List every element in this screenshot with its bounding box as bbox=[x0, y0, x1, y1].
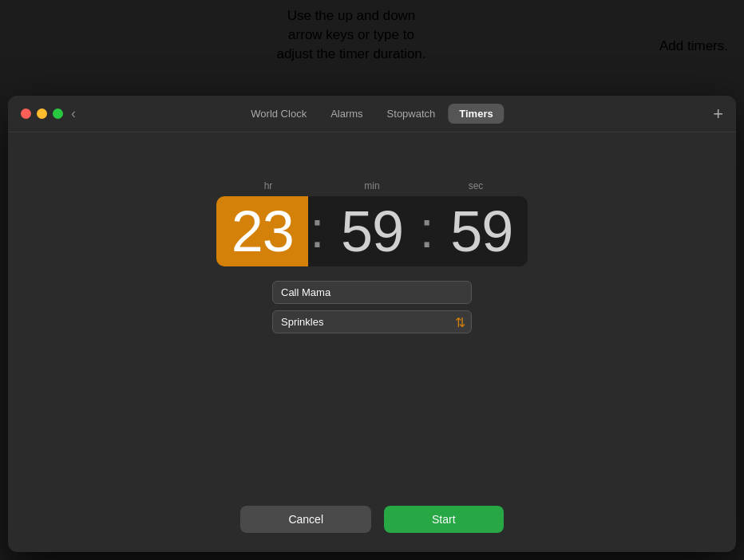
cancel-button[interactable]: Cancel bbox=[240, 506, 371, 533]
close-button[interactable] bbox=[21, 108, 31, 119]
bottom-actions: Cancel Start bbox=[240, 506, 503, 552]
minutes-segment[interactable]: 59 bbox=[326, 196, 418, 266]
tab-stopwatch[interactable]: Stopwatch bbox=[376, 104, 447, 124]
minimize-button[interactable] bbox=[37, 108, 47, 119]
hours-label: hr bbox=[228, 180, 308, 191]
add-timer-button[interactable]: + bbox=[713, 105, 723, 123]
traffic-lights bbox=[21, 108, 63, 119]
timer-name-input[interactable] bbox=[272, 281, 472, 304]
hours-segment[interactable]: 23 bbox=[216, 196, 308, 266]
sound-select[interactable]: Sprinkles bbox=[272, 310, 472, 333]
minutes-label: min bbox=[332, 180, 412, 191]
titlebar: ‹ World Clock Alarms Stopwatch Timers + bbox=[8, 96, 736, 132]
seconds-label: sec bbox=[436, 180, 516, 191]
main-content: hr min sec 23 : 59 : 59 Sprinkles ⇅ Canc… bbox=[8, 132, 736, 552]
back-button[interactable]: ‹ bbox=[71, 105, 76, 122]
timer-display[interactable]: 23 : 59 : 59 bbox=[216, 196, 528, 266]
seconds-segment[interactable]: 59 bbox=[436, 196, 528, 266]
timer-labels: hr min sec bbox=[216, 180, 528, 191]
start-button[interactable]: Start bbox=[384, 506, 504, 533]
app-window: ‹ World Clock Alarms Stopwatch Timers + … bbox=[8, 96, 736, 552]
maximize-button[interactable] bbox=[53, 108, 63, 119]
tab-alarms[interactable]: Alarms bbox=[319, 104, 374, 124]
form-fields: Sprinkles ⇅ bbox=[272, 281, 472, 333]
colon-1: : bbox=[308, 200, 326, 259]
tab-timers[interactable]: Timers bbox=[448, 104, 504, 124]
tab-bar: World Clock Alarms Stopwatch Timers bbox=[239, 104, 504, 124]
colon-2: : bbox=[418, 200, 436, 259]
callout-left-text: Use the up and downarrow keys or type to… bbox=[216, 6, 487, 63]
sound-select-wrapper: Sprinkles ⇅ bbox=[272, 310, 472, 333]
callout-right-text: Add timers. bbox=[659, 38, 728, 54]
tab-world-clock[interactable]: World Clock bbox=[239, 104, 318, 124]
